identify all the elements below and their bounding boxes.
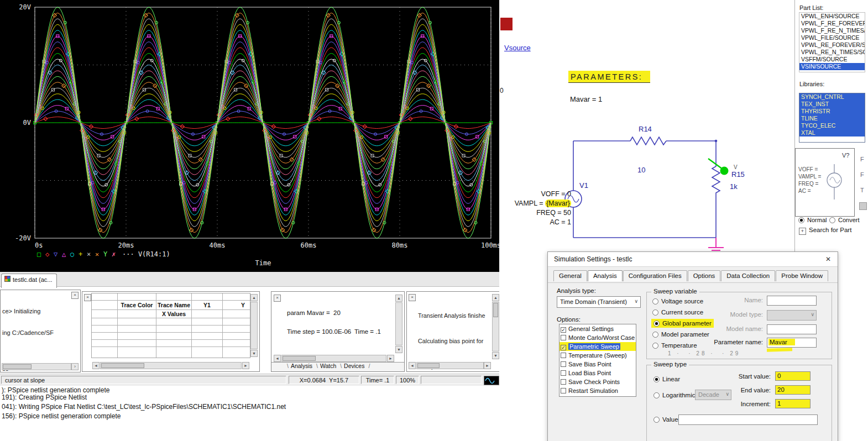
edge-icon[interactable]: F bbox=[860, 156, 864, 162]
checkbox-icon[interactable] bbox=[561, 379, 566, 385]
global-parameter-radio[interactable]: Global parameter bbox=[651, 319, 714, 328]
option-parametric-sweep[interactable]: ✓Parametric Sweep bbox=[560, 342, 636, 351]
scroll-down-icon[interactable]: ▼ bbox=[250, 350, 258, 357]
part-list-item[interactable]: VPWL_FILE/SOURCE bbox=[799, 34, 865, 41]
temperature-radio[interactable]: Temperature bbox=[652, 342, 697, 349]
tab-data-collection[interactable]: Data Collection bbox=[721, 270, 775, 281]
scroll-up-icon[interactable]: ▲ bbox=[395, 295, 402, 302]
checkbox-icon[interactable] bbox=[561, 388, 566, 393]
checkbox-icon[interactable] bbox=[561, 361, 566, 367]
scrollbar-thumb[interactable] bbox=[493, 303, 498, 317]
h-scrollbar[interactable] bbox=[281, 355, 386, 362]
library-item[interactable]: TYCO_ELEC bbox=[799, 122, 865, 129]
v1-ref: V1 bbox=[579, 181, 588, 190]
library-item[interactable]: THYRISTR bbox=[799, 108, 865, 115]
edge-icon[interactable]: T bbox=[860, 187, 864, 193]
voltage-source-radio[interactable]: Voltage source bbox=[652, 298, 703, 305]
scrollbar-thumb[interactable] bbox=[283, 356, 316, 361]
tab-probe-window[interactable]: Probe Window bbox=[776, 270, 828, 281]
edge-icon[interactable]: F bbox=[860, 171, 864, 178]
options-list: ✓General Settings Monte Carlo/Worst Case… bbox=[559, 324, 636, 397]
edge-icon-square[interactable] bbox=[859, 202, 867, 210]
waveform-plot[interactable]: 20V0V-20V0s20ms40ms60ms80ms100ms□◇▽△○+×✕… bbox=[0, 0, 499, 272]
close-icon[interactable]: × bbox=[274, 295, 281, 302]
option-save-bias-point[interactable]: Save Bias Point bbox=[560, 360, 636, 369]
normal-radio[interactable]: Normal bbox=[798, 217, 827, 223]
scroll-up-icon[interactable]: ▲ bbox=[250, 294, 258, 301]
v-scrollbar[interactable] bbox=[250, 302, 258, 349]
plot-file-tab[interactable]: testlc.dat (ac... bbox=[1, 274, 57, 288]
dialog-titlebar[interactable]: Simulation Settings - testlc ✕ bbox=[548, 252, 838, 267]
part-list-item[interactable]: VPWL_RE_N_TIMES/SO bbox=[799, 49, 865, 56]
analysis-type-combo[interactable]: Time Domain (Transient) ∨ bbox=[557, 296, 641, 308]
part-list-item[interactable]: VPWL_F_RE_N_TIMES/ bbox=[799, 27, 865, 34]
library-item[interactable]: TLINE bbox=[799, 115, 865, 122]
checkbox-checked-icon[interactable]: ✓ bbox=[561, 327, 566, 333]
checkbox-icon[interactable] bbox=[561, 335, 566, 340]
option-general-settings[interactable]: ✓General Settings bbox=[560, 324, 636, 333]
option-monte-carlo[interactable]: Monte Carlo/Worst Case bbox=[560, 333, 636, 342]
checkbox-icon[interactable] bbox=[561, 353, 566, 358]
part-list-item[interactable]: VPWL_RE_FOREVER/S bbox=[799, 41, 865, 49]
name-field[interactable] bbox=[767, 296, 817, 306]
convert-radio[interactable]: Convert bbox=[829, 217, 860, 223]
h-scrollbar[interactable] bbox=[416, 362, 484, 369]
scroll-down-icon[interactable]: ▼ bbox=[492, 352, 499, 359]
increment-field[interactable]: 1 bbox=[775, 399, 811, 408]
part-list-item[interactable]: VPWL_F_RE_FOREVER bbox=[799, 20, 865, 27]
checkbox-checked-icon[interactable]: ✓ bbox=[561, 345, 566, 350]
library-item[interactable]: TEX_INST bbox=[799, 101, 865, 108]
linear-radio[interactable]: Linear bbox=[653, 376, 680, 382]
option-save-check-points[interactable]: Save Check Points bbox=[560, 377, 636, 386]
scroll-left-icon[interactable]: ◄ bbox=[409, 362, 416, 369]
tab-watch[interactable]: Watch bbox=[318, 363, 338, 369]
scroll-right-icon[interactable]: › bbox=[71, 363, 79, 370]
scrollbar-thumb[interactable] bbox=[3, 364, 32, 369]
option-temperature-sweep[interactable]: Temperature (Sweep) bbox=[560, 351, 636, 360]
value-list-field[interactable] bbox=[678, 414, 818, 425]
h-scrollbar[interactable] bbox=[2, 363, 71, 370]
scroll-left-icon[interactable]: ◄ bbox=[274, 355, 281, 362]
v-scrollbar[interactable] bbox=[492, 302, 499, 351]
part-list-item-selected[interactable]: VSIN/SOURCE bbox=[799, 63, 865, 70]
tab-analysis[interactable]: Analysis bbox=[588, 270, 623, 281]
waveform-plot-window[interactable]: 20V0V-20V0s20ms40ms60ms80ms100ms□◇▽△○+×✕… bbox=[0, 0, 499, 272]
start-value-field[interactable]: 0 bbox=[775, 371, 811, 381]
tab-configuration-files[interactable]: Configuration Files bbox=[623, 270, 687, 281]
parameter-name-field[interactable]: Mavar bbox=[767, 338, 817, 348]
scroll-right-icon[interactable]: ► bbox=[484, 362, 491, 369]
close-icon[interactable]: × bbox=[84, 294, 91, 301]
model-type-combo[interactable]: ∨ bbox=[767, 310, 817, 321]
part-list-item[interactable]: VPWL_ENH/SOURCE bbox=[799, 13, 865, 20]
option-load-bias-point[interactable]: Load Bias Point bbox=[560, 369, 636, 377]
scroll-up-icon[interactable]: ▲ bbox=[492, 294, 499, 301]
current-source-radio[interactable]: Current source bbox=[652, 309, 703, 316]
search-for-part[interactable]: +Search for Part bbox=[799, 227, 851, 235]
v-scrollbar[interactable] bbox=[395, 302, 402, 345]
scroll-right-icon[interactable]: ► bbox=[387, 355, 394, 362]
close-icon[interactable]: × bbox=[71, 292, 79, 299]
library-item[interactable]: SYNCH_CNTRL bbox=[799, 93, 865, 101]
scroll-down-icon[interactable]: ▼ bbox=[395, 346, 402, 353]
scroll-right-icon[interactable]: ► bbox=[242, 362, 249, 369]
option-restart-simulation[interactable]: Restart Simulation bbox=[560, 386, 636, 395]
scroll-left-icon[interactable]: ◄ bbox=[92, 362, 100, 369]
tab-general[interactable]: General bbox=[553, 270, 587, 281]
scrollbar-thumb[interactable] bbox=[417, 363, 440, 368]
tab-analysis[interactable]: Analysis bbox=[289, 363, 315, 369]
end-value-field[interactable]: 20 bbox=[775, 385, 811, 395]
tab-devices[interactable]: Devices bbox=[342, 363, 367, 369]
dialog-close-icon[interactable]: ✕ bbox=[823, 255, 833, 264]
logarithmic-radio[interactable]: Logarithmic bbox=[653, 392, 695, 398]
tab-options[interactable]: Options bbox=[688, 270, 721, 281]
model-name-field[interactable] bbox=[767, 324, 817, 334]
checkbox-icon[interactable] bbox=[561, 370, 566, 376]
model-parameter-radio[interactable]: Model parameter bbox=[652, 331, 709, 338]
scrollbar-thumb[interactable] bbox=[101, 363, 144, 368]
part-list-item[interactable]: VSFFM/SOURCE bbox=[799, 56, 865, 63]
circuit-drawing[interactable] bbox=[499, 0, 794, 287]
library-item[interactable]: XTAL bbox=[799, 129, 865, 136]
close-icon[interactable]: × bbox=[409, 294, 416, 301]
plus-box-icon[interactable]: + bbox=[799, 228, 806, 235]
h-scrollbar[interactable] bbox=[100, 362, 242, 369]
